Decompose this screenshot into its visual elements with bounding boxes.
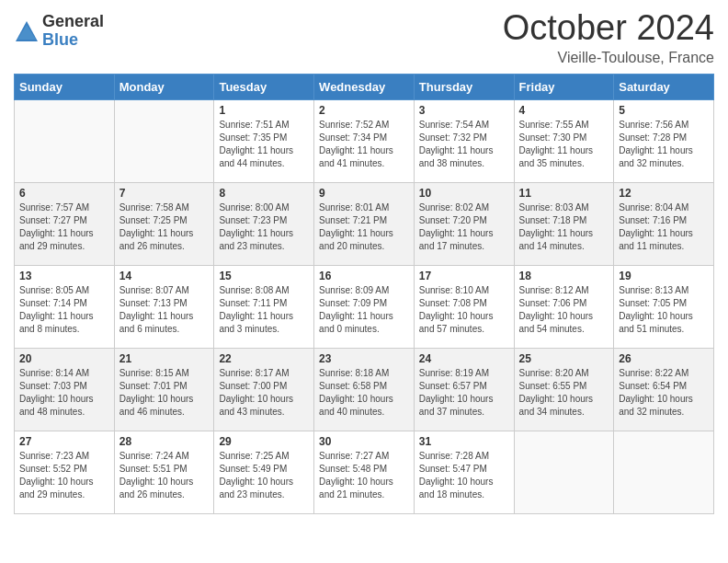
- day-info: Sunrise: 8:00 AMSunset: 7:23 PMDaylight:…: [219, 201, 309, 253]
- calendar-cell: 22Sunrise: 8:17 AMSunset: 7:00 PMDayligh…: [214, 348, 314, 431]
- day-number: 28: [119, 435, 210, 448]
- day-number: 31: [419, 435, 509, 448]
- day-number: 18: [519, 270, 609, 282]
- logo-blue-label: Blue: [42, 31, 104, 50]
- day-number: 17: [419, 270, 509, 282]
- day-info: Sunrise: 8:02 AMSunset: 7:20 PMDaylight:…: [419, 201, 509, 253]
- calendar-cell: 12Sunrise: 8:04 AMSunset: 7:16 PMDayligh…: [614, 182, 714, 265]
- day-number: 30: [319, 435, 409, 448]
- day-info: Sunrise: 8:08 AMSunset: 7:11 PMDaylight:…: [219, 284, 309, 336]
- calendar-cell: 11Sunrise: 8:03 AMSunset: 7:18 PMDayligh…: [514, 182, 614, 265]
- calendar-cell: 30Sunrise: 7:27 AMSunset: 5:48 PMDayligh…: [314, 431, 415, 513]
- day-info: Sunrise: 7:24 AMSunset: 5:51 PMDaylight:…: [119, 450, 210, 501]
- day-info: Sunrise: 7:54 AMSunset: 7:32 PMDaylight:…: [419, 119, 509, 170]
- calendar-cell: 27Sunrise: 7:23 AMSunset: 5:52 PMDayligh…: [15, 431, 115, 513]
- weekday-header-tuesday: Tuesday: [214, 74, 314, 99]
- logo-icon: [14, 19, 40, 45]
- header: General Blue October 2024 Vieille-Toulou…: [14, 9, 714, 66]
- day-number: 14: [119, 270, 210, 282]
- calendar-cell: 15Sunrise: 8:08 AMSunset: 7:11 PMDayligh…: [214, 265, 314, 348]
- calendar-cell: 17Sunrise: 8:10 AMSunset: 7:08 PMDayligh…: [414, 265, 514, 348]
- calendar-cell: 13Sunrise: 8:05 AMSunset: 7:14 PMDayligh…: [15, 265, 115, 348]
- calendar-cell: 5Sunrise: 7:56 AMSunset: 7:28 PMDaylight…: [614, 99, 714, 182]
- day-number: 19: [619, 270, 709, 282]
- day-info: Sunrise: 8:22 AMSunset: 6:54 PMDaylight:…: [619, 367, 709, 419]
- day-number: 29: [219, 435, 309, 448]
- day-info: Sunrise: 8:01 AMSunset: 7:21 PMDaylight:…: [319, 201, 409, 253]
- calendar-week-row: 13Sunrise: 8:05 AMSunset: 7:14 PMDayligh…: [15, 265, 714, 348]
- day-info: Sunrise: 8:10 AMSunset: 7:08 PMDaylight:…: [419, 284, 509, 336]
- calendar-cell: 19Sunrise: 8:13 AMSunset: 7:05 PMDayligh…: [614, 265, 714, 348]
- calendar-week-row: 20Sunrise: 8:14 AMSunset: 7:03 PMDayligh…: [15, 348, 714, 431]
- calendar-week-row: 27Sunrise: 7:23 AMSunset: 5:52 PMDayligh…: [15, 431, 714, 513]
- calendar-cell: 25Sunrise: 8:20 AMSunset: 6:55 PMDayligh…: [514, 348, 614, 431]
- calendar-cell: 8Sunrise: 8:00 AMSunset: 7:23 PMDaylight…: [214, 182, 314, 265]
- calendar-cell: 24Sunrise: 8:19 AMSunset: 6:57 PMDayligh…: [414, 348, 514, 431]
- calendar-cell: 4Sunrise: 7:55 AMSunset: 7:30 PMDaylight…: [514, 99, 614, 182]
- weekday-header-friday: Friday: [514, 74, 614, 99]
- weekday-header-thursday: Thursday: [414, 74, 514, 99]
- calendar-week-row: 1Sunrise: 7:51 AMSunset: 7:35 PMDaylight…: [15, 99, 714, 182]
- day-info: Sunrise: 7:55 AMSunset: 7:30 PMDaylight:…: [519, 119, 609, 170]
- calendar-cell: 31Sunrise: 7:28 AMSunset: 5:47 PMDayligh…: [414, 431, 514, 513]
- weekday-header-monday: Monday: [114, 74, 214, 99]
- weekday-header-sunday: Sunday: [15, 74, 115, 99]
- day-number: 11: [519, 187, 609, 200]
- day-info: Sunrise: 7:56 AMSunset: 7:28 PMDaylight:…: [619, 119, 709, 170]
- day-number: 7: [119, 187, 210, 200]
- calendar-table: SundayMondayTuesdayWednesdayThursdayFrid…: [14, 74, 714, 514]
- day-number: 8: [219, 187, 309, 200]
- location: Vieille-Toulouse, France: [503, 50, 714, 66]
- day-info: Sunrise: 7:28 AMSunset: 5:47 PMDaylight:…: [419, 450, 509, 501]
- calendar-cell: 3Sunrise: 7:54 AMSunset: 7:32 PMDaylight…: [414, 99, 514, 182]
- day-info: Sunrise: 7:51 AMSunset: 7:35 PMDaylight:…: [219, 119, 309, 170]
- day-info: Sunrise: 7:58 AMSunset: 7:25 PMDaylight:…: [119, 201, 210, 253]
- calendar-cell: [514, 431, 614, 513]
- day-info: Sunrise: 8:17 AMSunset: 7:00 PMDaylight:…: [219, 367, 309, 419]
- title-block: October 2024 Vieille-Toulouse, France: [503, 9, 714, 66]
- day-info: Sunrise: 8:05 AMSunset: 7:14 PMDaylight:…: [19, 284, 109, 336]
- day-info: Sunrise: 8:20 AMSunset: 6:55 PMDaylight:…: [519, 367, 609, 419]
- day-info: Sunrise: 8:12 AMSunset: 7:06 PMDaylight:…: [519, 284, 609, 336]
- day-number: 20: [19, 352, 109, 365]
- day-number: 26: [619, 352, 709, 365]
- calendar-cell: 26Sunrise: 8:22 AMSunset: 6:54 PMDayligh…: [614, 348, 714, 431]
- day-info: Sunrise: 8:09 AMSunset: 7:09 PMDaylight:…: [319, 284, 409, 336]
- day-number: 23: [319, 352, 409, 365]
- day-info: Sunrise: 8:13 AMSunset: 7:05 PMDaylight:…: [619, 284, 709, 336]
- calendar-header: SundayMondayTuesdayWednesdayThursdayFrid…: [15, 74, 714, 99]
- calendar-week-row: 6Sunrise: 7:57 AMSunset: 7:27 PMDaylight…: [15, 182, 714, 265]
- calendar-body: 1Sunrise: 7:51 AMSunset: 7:35 PMDaylight…: [15, 99, 714, 513]
- day-number: 3: [419, 104, 509, 117]
- weekday-row: SundayMondayTuesdayWednesdayThursdayFrid…: [15, 74, 714, 99]
- calendar-cell: 1Sunrise: 7:51 AMSunset: 7:35 PMDaylight…: [214, 99, 314, 182]
- day-number: 22: [219, 352, 309, 365]
- calendar-cell: 2Sunrise: 7:52 AMSunset: 7:34 PMDaylight…: [314, 99, 415, 182]
- day-number: 5: [619, 104, 709, 117]
- calendar-cell: 14Sunrise: 8:07 AMSunset: 7:13 PMDayligh…: [114, 265, 214, 348]
- day-info: Sunrise: 8:07 AMSunset: 7:13 PMDaylight:…: [119, 284, 210, 336]
- day-info: Sunrise: 8:15 AMSunset: 7:01 PMDaylight:…: [119, 367, 210, 419]
- day-info: Sunrise: 8:18 AMSunset: 6:58 PMDaylight:…: [319, 367, 409, 419]
- page: General Blue October 2024 Vieille-Toulou…: [0, 0, 728, 563]
- weekday-header-saturday: Saturday: [614, 74, 714, 99]
- day-number: 10: [419, 187, 509, 200]
- calendar-cell: 6Sunrise: 7:57 AMSunset: 7:27 PMDaylight…: [15, 182, 115, 265]
- calendar-cell: 28Sunrise: 7:24 AMSunset: 5:51 PMDayligh…: [114, 431, 214, 513]
- logo-general-label: General: [42, 13, 104, 31]
- calendar-cell: 10Sunrise: 8:02 AMSunset: 7:20 PMDayligh…: [414, 182, 514, 265]
- day-info: Sunrise: 7:52 AMSunset: 7:34 PMDaylight:…: [319, 119, 409, 170]
- day-info: Sunrise: 7:23 AMSunset: 5:52 PMDaylight:…: [19, 450, 109, 501]
- logo: General Blue: [14, 13, 104, 50]
- calendar-cell: 9Sunrise: 8:01 AMSunset: 7:21 PMDaylight…: [314, 182, 415, 265]
- calendar-cell: 7Sunrise: 7:58 AMSunset: 7:25 PMDaylight…: [114, 182, 214, 265]
- calendar-cell: 23Sunrise: 8:18 AMSunset: 6:58 PMDayligh…: [314, 348, 415, 431]
- day-number: 9: [319, 187, 409, 200]
- day-number: 13: [19, 270, 109, 282]
- calendar-cell: 16Sunrise: 8:09 AMSunset: 7:09 PMDayligh…: [314, 265, 415, 348]
- day-number: 2: [319, 104, 409, 117]
- calendar-cell: [614, 431, 714, 513]
- day-number: 25: [519, 352, 609, 365]
- calendar-cell: 18Sunrise: 8:12 AMSunset: 7:06 PMDayligh…: [514, 265, 614, 348]
- calendar-cell: 21Sunrise: 8:15 AMSunset: 7:01 PMDayligh…: [114, 348, 214, 431]
